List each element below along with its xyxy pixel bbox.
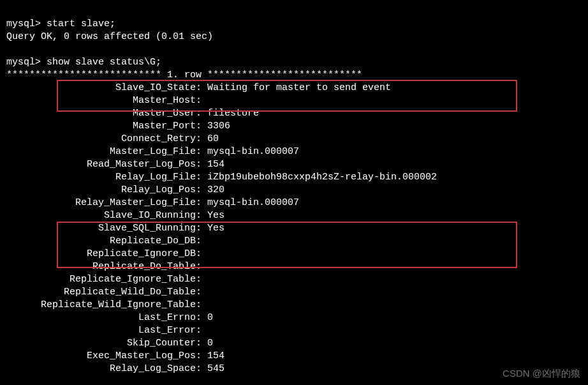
field-skip-counter: Skip_Counter: 0 — [6, 337, 582, 350]
query-ok: Query OK, 0 rows affected (0.01 sec) — [6, 31, 582, 43]
field-read-master-log-pos: Read_Master_Log_Pos: 154 — [6, 158, 582, 171]
blank-line — [6, 5, 582, 18]
terminal-output: mysql> start slave;Query OK, 0 rows affe… — [6, 5, 582, 375]
field-master-user: Master_User: filestore — [6, 107, 582, 120]
field-last-errno: Last_Errno: 0 — [6, 312, 582, 324]
field-master-log-file: Master_Log_File: mysql-bin.000007 — [6, 146, 582, 158]
field-replicate-wild-do-table: Replicate_Wild_Do_Table: — [6, 286, 582, 299]
field-slave-io-state: Slave_IO_State: Waiting for master to se… — [6, 82, 582, 94]
field-master-host: Master_Host: — [6, 94, 582, 107]
redacted-host — [207, 96, 271, 105]
row-divider: *************************** 1. row *****… — [6, 69, 582, 82]
field-replicate-ignore-table: Replicate_Ignore_Table: — [6, 273, 582, 286]
field-replicate-do-db: Replicate_Do_DB: — [6, 235, 582, 248]
cmd-start-slave: mysql> start slave; — [6, 18, 582, 31]
field-relay-log-file: Relay_Log_File: iZbp19ubeboh98cxxp4h2sZ-… — [6, 171, 582, 184]
field-connect-retry: Connect_Retry: 60 — [6, 133, 582, 146]
field-exec-master-log-pos: Exec_Master_Log_Pos: 154 — [6, 350, 582, 363]
watermark-text: CSDN @凶悍的狼 — [503, 367, 580, 380]
field-master-port: Master_Port: 3306 — [6, 120, 582, 133]
field-last-error: Last_Error: — [6, 324, 582, 337]
blank-line — [6, 43, 582, 56]
field-replicate-wild-ignore-table: Replicate_Wild_Ignore_Table: — [6, 299, 582, 312]
field-relay-log-space: Relay_Log_Space: 545 — [6, 363, 582, 375]
cmd-show-slave-status: mysql> show slave status\G; — [6, 56, 582, 69]
field-slave-io-running: Slave_IO_Running: Yes — [6, 209, 582, 222]
field-replicate-do-table: Replicate_Do_Table: — [6, 260, 582, 273]
field-replicate-ignore-db: Replicate_Ignore_DB: — [6, 248, 582, 260]
field-slave-sql-running: Slave_SQL_Running: Yes — [6, 222, 582, 235]
field-relay-master-log-file: Relay_Master_Log_File: mysql-bin.000007 — [6, 197, 582, 209]
field-relay-log-pos: Relay_Log_Pos: 320 — [6, 184, 582, 197]
